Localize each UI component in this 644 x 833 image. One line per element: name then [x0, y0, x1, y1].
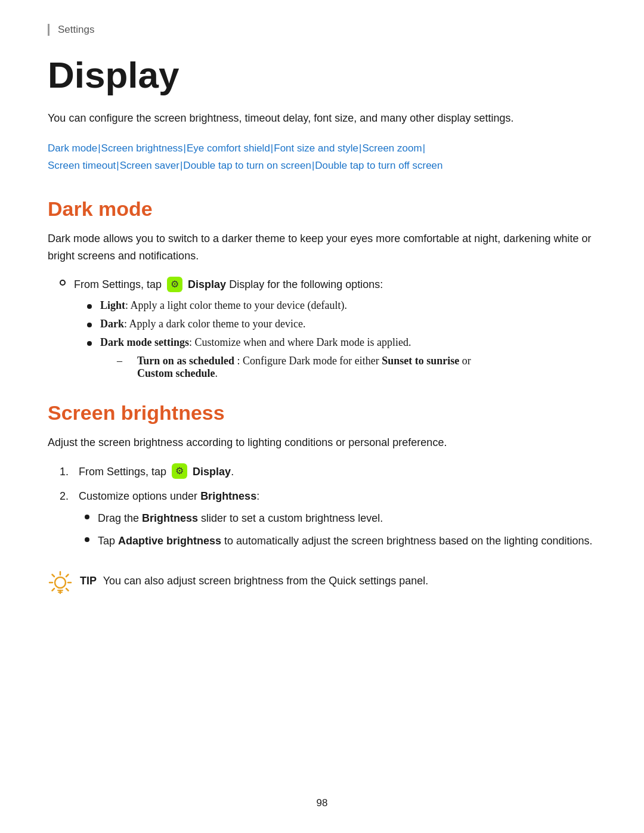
page-title: Display	[48, 55, 596, 95]
svg-line-7	[52, 589, 55, 591]
nav-links[interactable]: Dark mode|Screen brightness|Eye comfort …	[48, 140, 596, 175]
dark-mode-options: Light: Apply a light color theme to your…	[87, 299, 596, 380]
nav-link-screen-saver[interactable]: Screen saver	[120, 160, 179, 171]
tip-content: You can also adjust screen brightness fr…	[103, 575, 429, 587]
dark-mode-option-dark-text: Dark: Apply a dark color theme to your d…	[100, 318, 305, 330]
dark-mode-step1-suffix: Display for the following options:	[229, 278, 383, 290]
svg-line-6	[66, 575, 69, 577]
intro-text: You can configure the screen brightness,…	[48, 110, 596, 127]
dot-bullet-3	[87, 341, 92, 346]
dark-mode-option-light: Light: Apply a light color theme to your…	[87, 299, 596, 312]
dot-bullet-1	[87, 304, 92, 309]
screen-brightness-title: Screen brightness	[48, 401, 596, 425]
nav-link-screen-brightness[interactable]: Screen brightness	[101, 143, 183, 154]
tip-box: TIP You can also adjust screen brightnes…	[48, 572, 596, 595]
dark-mode-option-dark: Dark: Apply a dark color theme to your d…	[87, 318, 596, 330]
brightness-step1: 1. From Settings, tap Display.	[60, 463, 596, 481]
brightness-adaptive-text: Tap Adaptive brightness to automatically…	[98, 532, 592, 550]
dark-mode-schedule-option: – Turn on as scheduled : Configure Dark …	[117, 355, 596, 380]
nav-link-double-tap-on[interactable]: Double tap to turn on screen	[183, 160, 311, 171]
brightness-step2: 2. Customize options under Brightness: D…	[60, 488, 596, 556]
dark-mode-title: Dark mode	[48, 197, 596, 221]
step-num-2: 2.	[60, 488, 79, 505]
brightness-step2-text: Customize options under Brightness:	[79, 490, 259, 502]
dark-mode-option-settings: Dark mode settings: Customize when and w…	[87, 336, 596, 349]
dash-bullet: –	[117, 355, 129, 367]
nav-link-dark-mode[interactable]: Dark mode	[48, 143, 97, 154]
screen-brightness-desc: Adjust the screen brightness according t…	[48, 434, 596, 451]
dot-bullet-4	[85, 515, 89, 519]
dark-mode-step1: From Settings, tap Display Display for t…	[60, 276, 596, 293]
brightness-drag-text: Drag the Brightness slider to set a cust…	[98, 510, 383, 527]
screen-brightness-list: 1. From Settings, tap Display. 2. Custom…	[60, 463, 596, 556]
tip-icon	[48, 570, 73, 595]
circle-bullet-icon	[60, 280, 66, 286]
brightness-sub-option-drag: Drag the Brightness slider to set a cust…	[85, 510, 592, 527]
dark-mode-schedule-text: Turn on as scheduled : Configure Dark mo…	[137, 355, 471, 380]
settings-icon-1	[167, 277, 182, 292]
tip-label: TIP	[80, 575, 97, 587]
brightness-sub-option-adaptive: Tap Adaptive brightness to automatically…	[85, 532, 592, 550]
dot-bullet-2	[87, 323, 92, 327]
nav-link-double-tap-off[interactable]: Double tap to turn off screen	[315, 160, 442, 171]
tip-text: TIP You can also adjust screen brightnes…	[80, 572, 428, 590]
svg-line-5	[66, 589, 69, 591]
nav-link-screen-timeout[interactable]: Screen timeout	[48, 160, 116, 171]
step-num-1: 1.	[60, 463, 79, 481]
nav-link-eye-comfort[interactable]: Eye comfort shield	[187, 143, 270, 154]
svg-point-8	[55, 577, 66, 588]
settings-icon-2	[172, 463, 187, 479]
nav-link-font-size[interactable]: Font size and style	[274, 143, 358, 154]
brightness-step2-content: Customize options under Brightness: Drag…	[79, 488, 592, 556]
dark-mode-display-label: Display	[188, 278, 226, 290]
page-number: 98	[317, 797, 328, 809]
dot-bullet-5	[85, 537, 89, 542]
dark-mode-desc: Dark mode allows you to switch to a dark…	[48, 230, 596, 265]
brightness-sub-options: Drag the Brightness slider to set a cust…	[85, 510, 592, 550]
dark-mode-step1-text: From Settings, tap Display Display for t…	[74, 276, 383, 293]
nav-link-screen-zoom[interactable]: Screen zoom	[362, 143, 422, 154]
brightness-step1-text: From Settings, tap Display.	[79, 463, 234, 481]
settings-label: Settings	[48, 24, 596, 36]
dark-mode-sub-options: – Turn on as scheduled : Configure Dark …	[105, 355, 596, 380]
page-container: Settings Display You can configure the s…	[0, 0, 644, 833]
svg-line-4	[52, 575, 55, 577]
dark-mode-list: From Settings, tap Display Display for t…	[60, 276, 596, 380]
dark-mode-option-light-text: Light: Apply a light color theme to your…	[100, 299, 347, 312]
dark-mode-option-settings-text: Dark mode settings: Customize when and w…	[100, 336, 411, 349]
